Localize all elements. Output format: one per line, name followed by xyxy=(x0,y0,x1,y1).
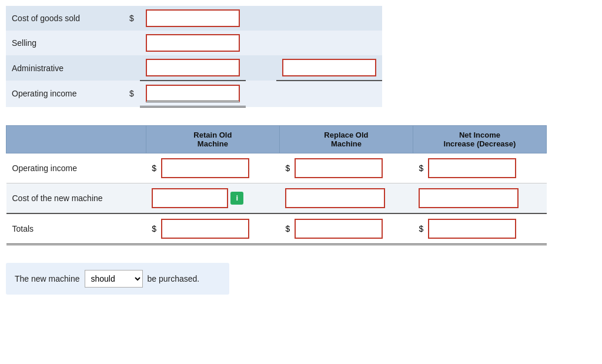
replace-operating-income-cell: $ xyxy=(279,153,413,183)
replace-operating-income-input[interactable] xyxy=(295,158,383,178)
header-retain-old: Retain OldMachine xyxy=(146,126,279,153)
retain-cost-cell: i xyxy=(146,183,279,214)
comparison-table: Retain OldMachine Replace OldMachine Net… xyxy=(6,125,547,245)
table-row-totals: Totals $ $ $ xyxy=(6,213,547,245)
retain-totals-cell: $ xyxy=(146,213,279,245)
should-dropdown[interactable]: should should not xyxy=(85,270,143,288)
net-totals-input[interactable] xyxy=(428,219,516,239)
dollar-retain-op: $ xyxy=(152,163,156,173)
replace-cost-input[interactable] xyxy=(285,188,385,208)
replace-totals-input[interactable] xyxy=(295,219,383,239)
dollar-net-tot: $ xyxy=(419,224,423,233)
dollar-net-op: $ xyxy=(419,163,423,173)
header-empty xyxy=(6,126,146,153)
dollar-sign-2 xyxy=(123,31,140,55)
info-button[interactable]: i xyxy=(230,192,243,205)
replace-cost-cell xyxy=(279,183,413,214)
sentence-prefix: The new machine xyxy=(15,274,80,283)
dollar-replace-op: $ xyxy=(285,163,290,173)
table-row-cost-new-machine: Cost of the new machine i xyxy=(6,183,547,214)
table-row-operating-income: Operating income $ $ $ xyxy=(6,153,547,183)
retain-operating-income-input[interactable] xyxy=(161,158,249,178)
dollar-replace-tot: $ xyxy=(285,224,290,233)
sentence-suffix: be purchased. xyxy=(148,274,200,283)
header-replace-old: Replace OldMachine xyxy=(279,126,413,153)
totals-label: Totals xyxy=(6,213,146,245)
administrative-input-2[interactable] xyxy=(282,59,376,76)
header-net-income: Net IncomeIncrease (Decrease) xyxy=(413,126,546,153)
operating-income-row-label: Operating income xyxy=(6,153,146,183)
dollar-retain-tot: $ xyxy=(152,224,156,233)
purchase-sentence: The new machine should should not be pur… xyxy=(6,263,229,295)
net-cost-input[interactable] xyxy=(419,188,519,208)
input-info-wrapper: i xyxy=(152,188,273,208)
cost-goods-sold-input[interactable] xyxy=(146,9,240,27)
net-totals-cell: $ xyxy=(413,213,546,245)
selling-input[interactable] xyxy=(146,34,240,52)
top-table: Cost of goods sold $ Selling Administrat… xyxy=(6,6,382,108)
selling-cell xyxy=(140,31,246,55)
dollar-sign-3 xyxy=(123,55,140,81)
dollar-sign-1: $ xyxy=(123,6,140,31)
replace-totals-cell: $ xyxy=(279,213,413,245)
operating-income-input[interactable] xyxy=(146,85,240,102)
administrative-label: Administrative xyxy=(6,55,123,81)
selling-label: Selling xyxy=(6,31,123,55)
operating-income-cell xyxy=(140,81,246,107)
net-operating-income-cell: $ xyxy=(413,153,546,183)
net-cost-cell xyxy=(413,183,546,214)
administrative-input-1[interactable] xyxy=(146,59,240,76)
administrative-cell-1 xyxy=(140,55,246,81)
retain-totals-input[interactable] xyxy=(161,219,249,239)
cost-new-machine-label: Cost of the new machine xyxy=(6,183,146,214)
retain-cost-input[interactable] xyxy=(152,188,228,208)
retain-operating-income-cell: $ xyxy=(146,153,279,183)
administrative-cell-2 xyxy=(276,55,382,81)
cost-goods-sold-cell xyxy=(140,6,246,31)
net-operating-income-input[interactable] xyxy=(428,158,516,178)
dollar-sign-4: $ xyxy=(123,81,140,107)
cost-goods-sold-label: Cost of goods sold xyxy=(6,6,123,31)
operating-income-label: Operating income xyxy=(6,81,123,107)
